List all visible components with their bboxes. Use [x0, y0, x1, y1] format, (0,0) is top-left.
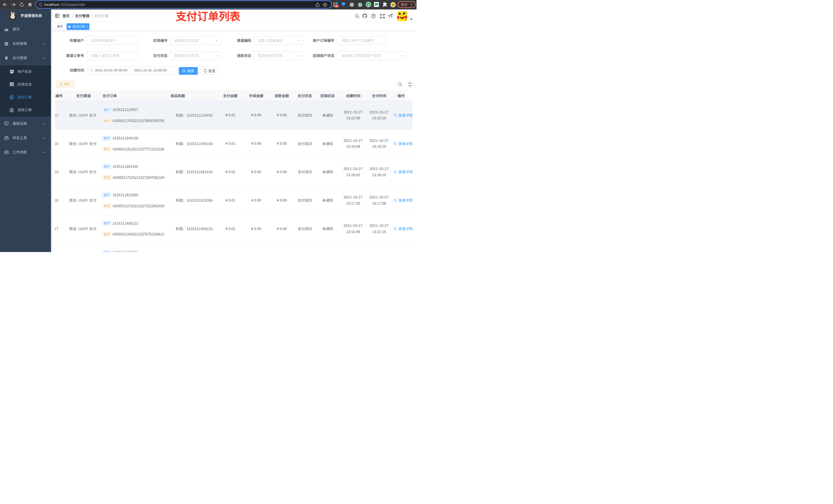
svg-text:y: y	[367, 3, 370, 6]
svg-text:10: 10	[335, 5, 338, 7]
